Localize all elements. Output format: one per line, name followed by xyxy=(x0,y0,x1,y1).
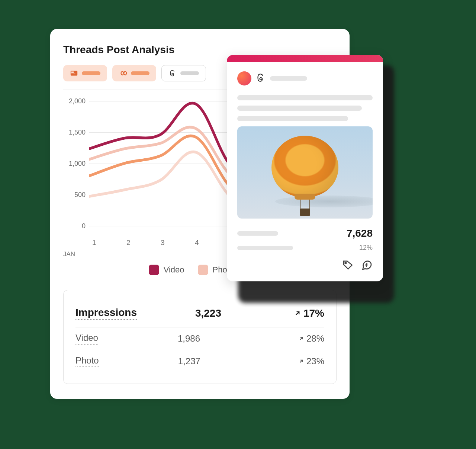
metric-label: Impressions xyxy=(75,307,137,320)
filter-pill-threads[interactable] xyxy=(161,65,206,81)
arrow-up-right-icon xyxy=(298,358,304,364)
legend-swatch xyxy=(149,265,159,275)
post-stat-value: 7,628 xyxy=(347,227,373,239)
post-text-placeholder xyxy=(237,95,373,100)
arrow-up-right-icon xyxy=(294,310,301,317)
post-text-placeholder xyxy=(237,106,362,111)
balloon-illustration xyxy=(268,136,342,219)
month-label: JAN xyxy=(63,251,75,258)
post-preview-card: 7,628 12% xyxy=(227,55,383,281)
x-tick: 2 xyxy=(126,239,131,247)
metric-change: 23% xyxy=(280,356,324,366)
metric-change: 28% xyxy=(280,333,324,344)
metric-value: 1,237 xyxy=(178,356,200,366)
post-stat-row: 12% xyxy=(237,244,373,252)
legend-swatch xyxy=(198,265,208,275)
x-tick: 1 xyxy=(92,239,96,247)
metric-change: 17% xyxy=(280,307,324,319)
post-action-row xyxy=(237,259,373,272)
tag-icon[interactable] xyxy=(342,259,354,272)
y-tick: 500 xyxy=(63,191,86,199)
metrics-card: Impressions 3,223 17% Video 1,986 28% Ph… xyxy=(63,290,337,384)
metric-label: Video xyxy=(75,333,98,345)
metric-value: 1,986 xyxy=(178,333,200,344)
y-tick: 2,000 xyxy=(63,97,86,105)
post-stat-pct: 12% xyxy=(359,244,373,252)
filter-pill-card[interactable] xyxy=(63,65,107,81)
infinity-icon xyxy=(119,69,127,77)
y-tick: 1,000 xyxy=(63,160,86,168)
pill-placeholder-bar xyxy=(131,71,149,75)
pill-placeholder-bar xyxy=(180,71,199,75)
svg-rect-2 xyxy=(71,74,73,74)
x-tick: 3 xyxy=(161,239,165,247)
post-stat-row: 7,628 xyxy=(237,227,373,239)
svg-rect-1 xyxy=(71,71,74,73)
svg-point-4 xyxy=(345,262,346,264)
metric-value: 3,223 xyxy=(195,307,221,319)
metric-label: Photo xyxy=(75,355,99,367)
card-icon xyxy=(70,69,78,77)
filter-pill-loop[interactable] xyxy=(112,65,156,81)
arrow-up-right-icon xyxy=(298,336,304,342)
legend-label: Video xyxy=(164,265,184,275)
pill-placeholder-bar xyxy=(82,71,100,75)
metrics-row: Photo 1,237 23% xyxy=(75,350,324,372)
metrics-header-row: Impressions 3,223 17% xyxy=(75,301,324,327)
legend-item: Video xyxy=(149,265,184,275)
post-text-placeholder xyxy=(237,116,348,121)
y-tick: 1,500 xyxy=(63,129,86,136)
metrics-row: Video 1,986 28% xyxy=(75,327,324,350)
stat-label-placeholder xyxy=(237,231,278,236)
post-image xyxy=(237,126,373,219)
y-tick: 0 xyxy=(63,222,86,230)
username-placeholder xyxy=(270,76,307,81)
boost-icon[interactable] xyxy=(361,259,373,272)
x-tick: 4 xyxy=(195,239,199,247)
page-title: Threads Post Analysis xyxy=(63,44,337,56)
threads-icon xyxy=(168,69,177,77)
post-user-row xyxy=(237,71,373,85)
svg-rect-3 xyxy=(73,74,75,74)
threads-icon xyxy=(256,73,266,84)
avatar xyxy=(237,71,251,85)
post-accent-bar xyxy=(227,55,383,62)
stat-label-placeholder xyxy=(237,246,293,250)
